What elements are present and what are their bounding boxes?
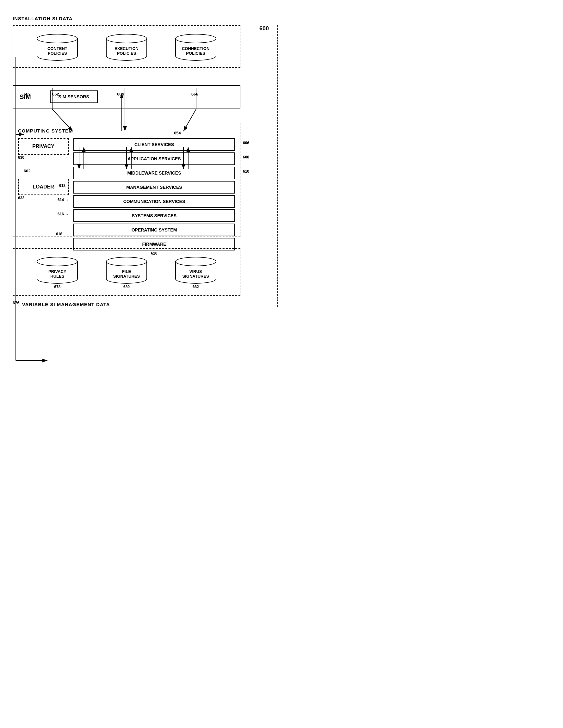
virus-signatures-number: 682 — [193, 285, 199, 289]
sim-section: SIM SIM SENSORS — [13, 85, 278, 108]
file-signatures-label: FILESIGNATURES — [113, 269, 140, 279]
virus-signatures-cylinder: VIRUSSIGNATURES 682 — [174, 257, 218, 289]
privacy-box: PRIVACY — [18, 138, 69, 155]
virus-signatures-top — [175, 257, 216, 266]
virus-signatures-label: VIRUSSIGNATURES — [183, 269, 209, 279]
systems-services-ref: 616 → — [58, 212, 69, 216]
file-signatures-cylinder: FILESIGNATURES 680 — [104, 257, 149, 289]
privacy-rules-top — [37, 257, 78, 266]
installation-label: INSTALLATION SI DATA — [13, 16, 73, 21]
connection-policies-cylinder: CONNECTIONPOLICIES — [174, 34, 218, 61]
diagram-container: 600 — [6, 25, 278, 307]
variable-number: 676 — [13, 300, 20, 305]
client-services-number: 606 — [243, 141, 249, 145]
application-services-box: APPLICATION SERVICES — [73, 152, 235, 165]
systems-services-box: SYSTEMS SERVICES — [73, 209, 235, 222]
privacy-rules-label: PRIVACYRULES — [48, 269, 66, 279]
cylinder-top-2 — [106, 34, 147, 43]
operating-system-box: OPERATING SYSTEM — [73, 224, 235, 236]
computing-label: COMPUTING SYSTEM — [18, 128, 235, 133]
sim-sensors-box: SIM SENSORS — [50, 90, 98, 103]
cylinders-row: CONTENTPOLICIES EXECUTIONPOLICIES CONNEC… — [16, 31, 237, 64]
communication-services-box: COMMUNICATION SERVICES — [73, 195, 235, 208]
variable-section: PRIVACYRULES 678 FILESIGNATURES 680 — [13, 248, 278, 307]
privacy-number: 630 — [18, 155, 69, 160]
application-services-number: 608 — [243, 155, 249, 159]
variable-cylinders-row: PRIVACYRULES 678 FILESIGNATURES 680 — [16, 254, 237, 292]
file-signatures-top — [106, 257, 147, 266]
client-services-box: CLIENT SERVICES — [73, 138, 235, 151]
privacy-rules-cylinder: PRIVACYRULES 678 — [35, 257, 79, 289]
management-services-box: MANAGEMENT SERVICES — [73, 181, 235, 194]
sim-label: SIM — [20, 93, 31, 101]
content-policies-cylinder: CONTENTPOLICIES — [35, 34, 79, 61]
privacy-rules-number: 678 — [54, 285, 60, 289]
communication-services-ref: 614 → — [58, 198, 69, 202]
file-signatures-number: 680 — [123, 285, 130, 289]
middleware-services-number: 610 — [243, 169, 249, 174]
computing-section: COMPUTING SYSTEM PRIVACY 630 LOADER 632 — [13, 123, 278, 237]
cylinder-top-3 — [175, 34, 216, 43]
execution-policies-label: EXECUTIONPOLICIES — [114, 46, 139, 56]
management-services-ref: 612 → — [59, 183, 70, 188]
installation-section: INSTALLATION SI DATA CONTENTPOLICIES EXE… — [13, 25, 278, 68]
execution-policies-cylinder: EXECUTIONPOLICIES — [104, 34, 149, 61]
connection-policies-label: CONNECTIONPOLICIES — [182, 46, 209, 56]
content-policies-label: CONTENTPOLICIES — [47, 46, 67, 56]
variable-label: VARIABLE SI MANAGEMENT DATA — [22, 302, 110, 307]
cylinder-top — [37, 34, 78, 43]
middleware-services-box: MIDDLEWARE SERVICES — [73, 167, 235, 179]
